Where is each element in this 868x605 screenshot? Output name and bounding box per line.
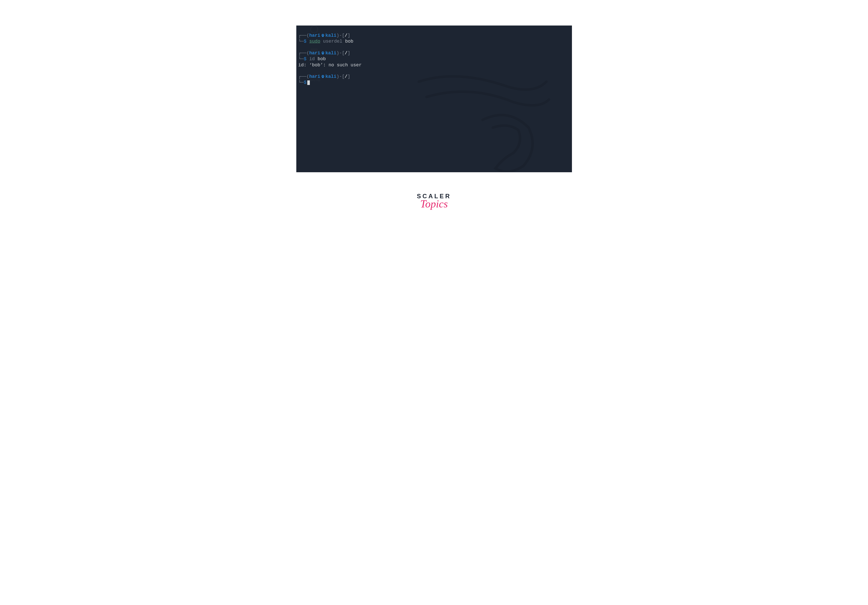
svg-point-3: [322, 35, 323, 36]
command-arg: bob: [315, 56, 326, 62]
prompt-path: /: [345, 51, 347, 56]
prompt-user: hari: [309, 33, 320, 38]
skull-icon: [321, 33, 325, 37]
svg-point-11: [322, 76, 323, 77]
svg-point-8: [323, 52, 324, 53]
svg-point-10: [322, 75, 324, 77]
terminal-content: ┌──(harikali)-[/] └─$ sudo userdel bob ┌…: [296, 26, 572, 99]
terminal-window[interactable]: CherryTree ┌──(harikali)-[/] └─$ sudo us…: [296, 26, 572, 172]
svg-rect-5: [322, 36, 324, 37]
terminal-cursor-icon: [307, 80, 310, 85]
prompt-line-top: ┌──(harikali)-[/]: [298, 74, 570, 80]
command-name: id: [309, 56, 315, 62]
command-sudo: sudo: [309, 39, 320, 44]
prompt-line-bottom[interactable]: └─$: [298, 80, 570, 85]
svg-rect-13: [322, 77, 324, 78]
prompt-user: hari: [309, 51, 320, 56]
svg-point-6: [322, 51, 324, 54]
prompt-path: /: [345, 33, 347, 38]
skull-icon: [321, 74, 325, 79]
prompt-host: kali: [326, 33, 336, 38]
prompt-symbol: $: [304, 80, 307, 85]
prompt-block: ┌──(harikali)-[/] └─$ sudo userdel bob: [298, 32, 570, 45]
command-name: userdel: [320, 39, 342, 44]
skull-icon: [321, 51, 325, 55]
prompt-block: ┌──(harikali)-[/] └─$ id bob id: ‘bob’: …: [298, 50, 570, 68]
prompt-user: hari: [309, 74, 320, 79]
prompt-symbol: $: [304, 39, 307, 44]
prompt-symbol: $: [304, 56, 307, 62]
scaler-topics-logo: SCALER Topics: [417, 193, 451, 210]
prompt-line-bottom: └─$ sudo userdel bob: [298, 39, 570, 44]
prompt-block: ┌──(harikali)-[/] └─$: [298, 74, 570, 86]
command-arg: bob: [342, 39, 353, 44]
logo-topics-text: Topics: [420, 198, 448, 210]
prompt-host: kali: [326, 51, 336, 56]
prompt-host: kali: [326, 74, 336, 79]
prompt-line-bottom: └─$ id bob: [298, 56, 570, 62]
svg-point-2: [322, 34, 324, 37]
command-output: id: ‘bob’: no such user: [298, 62, 570, 68]
prompt-line-top: ┌──(harikali)-[/]: [298, 32, 570, 39]
prompt-path: /: [345, 74, 347, 79]
prompt-line-top: ┌──(harikali)-[/]: [298, 50, 570, 56]
svg-point-7: [322, 52, 323, 53]
svg-point-4: [323, 35, 324, 36]
svg-rect-9: [322, 54, 324, 55]
svg-point-12: [323, 76, 324, 77]
